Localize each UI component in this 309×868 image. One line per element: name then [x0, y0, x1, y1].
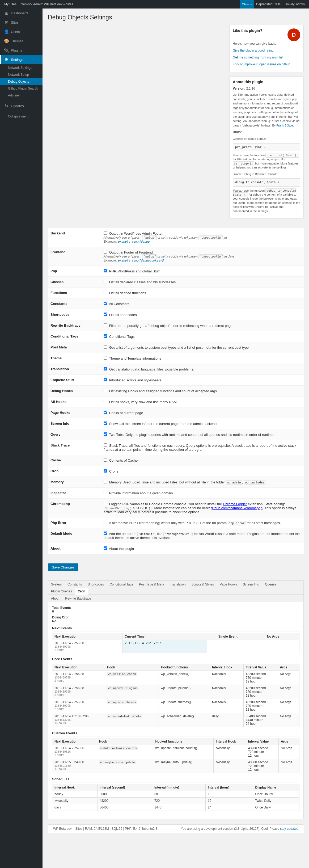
checkbox-memory[interactable]	[104, 480, 107, 484]
sidebar-item-themes[interactable]: 🎨 Themes	[0, 36, 42, 46]
tab-page-hooks[interactable]: Page Hooks	[217, 581, 240, 588]
core-events-heading: Core Events	[52, 657, 300, 662]
checkbox-screen-info[interactable]	[104, 422, 107, 425]
sidebar-item-settings[interactable]: ⚙ Settings	[0, 55, 42, 64]
sidebar-item-github-plugin-search[interactable]: Github Plugin Search	[0, 85, 42, 92]
sidebar-item-collapse[interactable]: Collapse menu	[0, 113, 42, 120]
tab-plugin-queries[interactable]: Plugin Queries	[48, 588, 75, 595]
checkbox-cache[interactable]	[104, 458, 107, 462]
sidebar-item-dashboard[interactable]: ⊞ Dashboard	[0, 8, 42, 18]
tab-shortcodes[interactable]: Shortcodes	[85, 581, 107, 588]
field-detail: Alternatively use url param "debug" or s…	[104, 255, 235, 258]
checkbox-enqueue-stuff[interactable]	[104, 378, 107, 381]
tab-cron[interactable]: Cron	[75, 588, 88, 595]
save-button[interactable]: Save Changes	[48, 563, 79, 571]
hint4: You can use the function debug_to_consol…	[233, 189, 300, 213]
howdy-label[interactable]: Howdy, admin	[283, 0, 307, 8]
field-label-classes: Classes	[48, 276, 101, 287]
field-label-chromephp: Chromephp	[48, 498, 101, 517]
checkbox-stack-trace[interactable]	[104, 443, 107, 447]
next-events-table: Next Execution Current Time Single Event…	[52, 633, 300, 653]
seconds-cell: 86400	[97, 804, 152, 811]
my-sites-menu[interactable]: My Sites	[2, 0, 19, 8]
checkbox-all-hooks[interactable]	[104, 400, 107, 403]
field-label-php-error: Php Error	[48, 517, 101, 528]
tab-queries[interactable]: Queries	[262, 581, 279, 588]
stay-updated-link[interactable]: stay updated	[280, 827, 298, 831]
field-constants: All Constants	[101, 298, 304, 309]
field-debug-hooks: List existing Hooks and assigned functio…	[101, 385, 304, 396]
col-args: Args	[279, 738, 300, 745]
checkbox-query[interactable]	[104, 432, 107, 436]
hooked-cell: wp_update_network_counts()	[153, 745, 214, 759]
field-text: Shows all the screen info for the curren…	[109, 422, 217, 426]
chrome-logger-link[interactable]: Chrome Logger	[223, 502, 247, 506]
field-label-stack-trace: Stack Trace	[48, 440, 101, 455]
tab-constants[interactable]: Constants	[65, 581, 85, 588]
field-label-inspector: Inspector	[48, 488, 101, 498]
checkbox-frontend[interactable]	[104, 250, 107, 253]
checkbox-shortcodes[interactable]	[104, 313, 107, 316]
checkbox-debug-hooks[interactable]	[104, 389, 107, 392]
checkbox-chromephp[interactable]	[104, 502, 107, 505]
network-admin-label: Network Admin: WP Beta dev – Sites	[21, 2, 73, 6]
checkbox-about[interactable]	[104, 547, 107, 550]
checkbox-php-error[interactable]	[104, 521, 107, 524]
objects-button[interactable]: Objects	[240, 0, 254, 8]
network-admin-menu[interactable]: Network Admin: WP Beta dev – Sites	[19, 0, 75, 8]
field-text: Theme and Template informations	[109, 356, 161, 361]
table-row: twicedaily 43200 720 12 Twice Daily	[52, 797, 300, 804]
checkbox-inspector[interactable]	[104, 491, 107, 494]
checkbox-translation[interactable]	[104, 367, 107, 370]
about-plugin-box: About this plugin Version: 2.1.16 List f…	[229, 76, 304, 219]
rating-link[interactable]: Give the plugin a good rating	[233, 49, 273, 52]
sidebar-item-debug-objects[interactable]: Debug Objects	[0, 78, 42, 85]
sidebar-item-sites[interactable]: ⊡ Sites	[0, 18, 42, 27]
field-enqueue-stuff: Introduced scripts and stylesheets	[101, 374, 304, 385]
checkbox-conditional-tags[interactable]	[104, 334, 107, 338]
checkbox-post-meta[interactable]	[104, 345, 107, 349]
hook-cell: update_network_counts	[97, 745, 153, 759]
checkbox-cron[interactable]	[104, 469, 107, 472]
cron-section: System Constants Shortcodes Conditional …	[48, 581, 304, 819]
field-label-about: About	[48, 543, 101, 554]
sidebar-item-network-setup[interactable]: Network Setup	[0, 71, 42, 78]
wishlist-link[interactable]: Get me something from my wish list	[233, 56, 283, 59]
checkbox-rewrite-backtrace[interactable]	[104, 323, 107, 327]
tab-rewrite-backtrace[interactable]: Rewrite Backtrace	[62, 595, 94, 602]
plugins-icon: 🔌	[4, 48, 9, 53]
tab-system[interactable]: System	[48, 581, 65, 588]
hooked-cell: wp_update_plugins()	[159, 685, 210, 699]
checkbox-classes[interactable]	[104, 280, 107, 283]
sidebar-item-updates[interactable]: ↻ Updates	[0, 101, 42, 111]
sidebar-item-plugins[interactable]: 🔌 Plugins	[0, 46, 42, 55]
field-post-meta: Get a list of arguments to custom post t…	[101, 342, 304, 353]
checkbox-constants[interactable]	[104, 302, 107, 305]
tab-about[interactable]: About	[48, 595, 62, 602]
hook-cell: wp_version_check	[105, 671, 159, 685]
checkbox-default-mode[interactable]	[104, 531, 107, 535]
sidebar-item-users[interactable]: 👤 Users	[0, 27, 42, 36]
chromephp-link[interactable]: github.com/ccampbell/chromephp	[211, 506, 262, 510]
deprecated-calls-link[interactable]: Deprecated Calls	[254, 0, 283, 8]
tab-scripts-styles[interactable]: Scripts & Styles	[189, 581, 217, 588]
tab-screen-info[interactable]: Screen Info	[240, 581, 262, 588]
table-row: Constants All Constants	[48, 298, 304, 309]
code-block-2: debug_to_console( $data );	[233, 178, 300, 187]
tab-translation[interactable]: Translation	[167, 581, 189, 588]
checkbox-page-hooks[interactable]	[104, 411, 107, 414]
tab-conditional-tags[interactable]: Conditional Tags	[107, 581, 136, 588]
tab-post-type-meta[interactable]: Post Type & Meta	[136, 581, 167, 588]
checkbox-php[interactable]	[104, 269, 107, 272]
frank-link[interactable]: Frank Bültge	[276, 124, 293, 127]
checkbox-theme[interactable]	[104, 356, 107, 360]
github-link[interactable]: Fork or improve it: open issues on githu…	[233, 62, 291, 66]
checkbox-backend[interactable]	[104, 231, 107, 235]
interval-value-cell: 43200 second 720 minute 12 hour	[243, 671, 278, 685]
checkbox-functions[interactable]	[104, 291, 107, 294]
sidebar-item-network-settings[interactable]: Network Settings	[0, 64, 42, 71]
args-cell: No Args	[278, 699, 299, 713]
hooked-cell: wp_maybe_auto_update()	[153, 759, 214, 773]
sidebar-item-adminer[interactable]: Adminer	[0, 92, 42, 99]
field-label-memory: Memory	[48, 476, 101, 488]
